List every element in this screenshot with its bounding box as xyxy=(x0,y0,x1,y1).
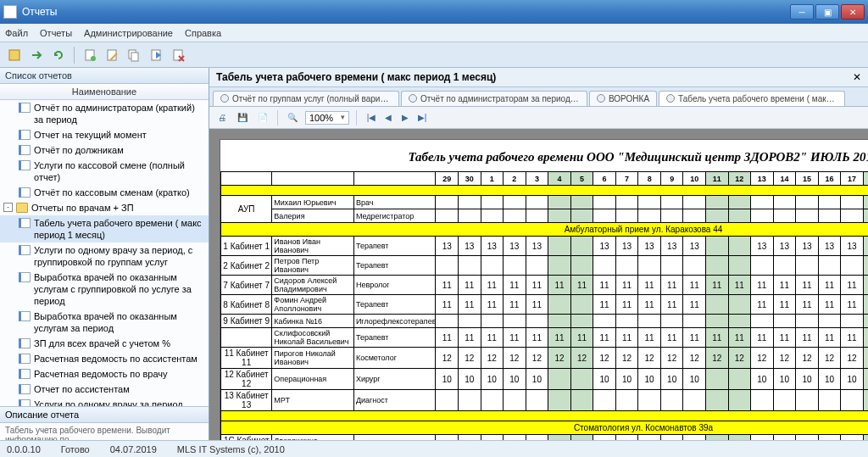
report-tab[interactable]: ВОРОНКА xyxy=(589,91,657,106)
expander-icon[interactable]: - xyxy=(3,203,13,212)
day-cell: 12 xyxy=(773,435,796,441)
tree-item[interactable]: ЗП для всех врачей с учетом % xyxy=(0,336,209,351)
zoom-select[interactable]: 100% xyxy=(305,111,349,125)
day-cell: 11 xyxy=(638,328,661,348)
person-name: Сидоров Алексей Владимирович xyxy=(272,276,354,295)
day-cell xyxy=(683,256,706,276)
day-header: 12 xyxy=(728,172,751,186)
day-cell: 12 xyxy=(615,435,638,441)
tree-item[interactable]: Отчёт по администраторам (краткий) за пе… xyxy=(0,100,209,127)
tree-item[interactable]: Табель учета рабочего времени ( макс пер… xyxy=(0,215,209,242)
day-cell xyxy=(638,256,661,276)
menu-file[interactable]: Файл xyxy=(5,28,28,38)
day-cell: 12 xyxy=(796,348,819,369)
menu-help[interactable]: Справка xyxy=(185,28,221,38)
person-name: Кабинка №16 xyxy=(272,315,354,328)
refresh-icon[interactable] xyxy=(49,46,68,64)
report-viewport[interactable]: Табель учета рабочего времени ООО "Медиц… xyxy=(209,129,868,440)
tab-icon xyxy=(597,94,605,103)
arrow-icon[interactable] xyxy=(27,46,46,64)
day-cell: 12 xyxy=(863,348,868,369)
day-cell xyxy=(706,390,729,411)
day-cell: 12 xyxy=(751,435,774,441)
day-header: 7 xyxy=(615,172,638,186)
day-cell: 12 xyxy=(841,348,864,369)
tree-item[interactable]: Отчет по ассистентам xyxy=(0,382,209,397)
day-cell xyxy=(818,196,841,209)
day-cell xyxy=(728,209,751,223)
book-icon[interactable] xyxy=(5,46,24,64)
doc-copy-icon[interactable] xyxy=(125,46,143,64)
day-cell: 11 xyxy=(615,276,638,295)
tree-item[interactable]: Отчет на текущий момент xyxy=(0,127,209,142)
tree-item[interactable]: Выработка врачей по оказанным услугам с … xyxy=(0,270,209,309)
day-cell: 13 xyxy=(683,237,706,256)
report-close-icon[interactable]: ✕ xyxy=(853,71,861,83)
report-tree[interactable]: Отчёт по администраторам (краткий) за пе… xyxy=(0,100,209,406)
day-cell xyxy=(615,209,638,223)
day-cell: 10 xyxy=(683,369,706,390)
person-position: Иглорефлексотерапевт xyxy=(353,315,436,328)
tree-item-label: Отчет по ассистентам xyxy=(34,383,130,395)
day-cell xyxy=(863,295,868,315)
tree-item[interactable]: Услуги по одному врачу за период, с груп… xyxy=(0,242,209,270)
window-titlebar: Отчеты ─ ▣ ✕ xyxy=(0,0,868,24)
day-cell: 12 xyxy=(728,435,751,441)
day-cell: 11 xyxy=(841,276,864,295)
print-icon[interactable]: 🖨 xyxy=(214,111,230,125)
nav-last-icon[interactable]: ▶| xyxy=(415,111,430,125)
tree-item[interactable]: Выработка врачей по оказанным услугам за… xyxy=(0,309,209,336)
nav-prev-icon[interactable]: ◀ xyxy=(381,111,396,125)
cabinet-label: 7 Кабинет 7 xyxy=(221,276,272,295)
day-cell: 13 xyxy=(436,237,459,256)
doc-icon xyxy=(19,399,31,406)
day-cell: 11 xyxy=(751,276,774,295)
day-cell xyxy=(796,390,819,411)
zoom-icon[interactable]: 🔍 xyxy=(285,111,300,125)
description-body: Табель учета рабочего времени. Выводит и… xyxy=(0,423,209,440)
day-header: 11 xyxy=(706,172,729,186)
tree-item[interactable]: Отчёт по кассовым сменам (кратко) xyxy=(0,185,209,200)
day-cell xyxy=(773,315,796,328)
minimize-button[interactable]: ─ xyxy=(790,4,814,20)
doc-move-icon[interactable] xyxy=(147,46,165,64)
day-cell: 11 xyxy=(481,276,504,295)
day-cell xyxy=(706,369,729,390)
doc-delete-icon[interactable] xyxy=(169,46,187,64)
menu-admin[interactable]: Администрирование xyxy=(84,28,173,38)
tree-item[interactable]: Расчетная ведомость по ассистентам xyxy=(0,351,209,366)
doc-new-icon[interactable] xyxy=(81,46,99,64)
tree-item[interactable]: Услуги по одному врачу за период xyxy=(0,397,209,406)
day-cell: 11 xyxy=(526,276,548,295)
tab-icon xyxy=(666,94,675,103)
day-cell: 11 xyxy=(841,295,864,315)
export-icon[interactable]: 📄 xyxy=(255,111,270,125)
day-cell: 10 xyxy=(638,369,661,390)
day-cell xyxy=(660,390,683,411)
save-icon[interactable]: 💾 xyxy=(235,111,250,125)
day-cell: 12 xyxy=(751,348,774,369)
doc-edit-icon[interactable] xyxy=(103,46,121,64)
close-button[interactable]: ✕ xyxy=(841,4,865,20)
day-cell xyxy=(436,256,459,276)
main-toolbar xyxy=(0,42,868,68)
cabinet-label: 1С Кабинет 1С xyxy=(221,435,272,441)
day-cell: 11 xyxy=(615,295,638,315)
day-cell: 12 xyxy=(638,435,661,441)
day-cell xyxy=(458,196,481,209)
report-tab[interactable]: Табель учета рабочего времени ( макс пер… xyxy=(659,91,845,106)
nav-next-icon[interactable]: ▶ xyxy=(398,111,413,125)
person-name: Дворяшкина Кристина xyxy=(272,435,354,441)
day-cell: 13 xyxy=(796,237,819,256)
maximize-button[interactable]: ▣ xyxy=(815,4,839,20)
report-tab[interactable]: Отчёт по группам услуг (полный вариант) xyxy=(213,91,399,106)
tree-item[interactable]: Услуги по кассовой смене (полный отчет) xyxy=(0,158,209,185)
tree-item[interactable]: Расчетная ведомость по врачу xyxy=(0,366,209,382)
tree-item[interactable]: -Отчеты по врачам + ЗП xyxy=(0,200,209,215)
nav-first-icon[interactable]: |◀ xyxy=(364,111,379,125)
day-cell xyxy=(615,256,638,276)
report-tab[interactable]: Отчёт по администраторам за период по дн… xyxy=(401,91,587,106)
day-cell: 12 xyxy=(660,435,683,441)
tree-item[interactable]: Отчёт по должникам xyxy=(0,142,209,158)
menu-reports[interactable]: Отчеты xyxy=(40,28,72,38)
